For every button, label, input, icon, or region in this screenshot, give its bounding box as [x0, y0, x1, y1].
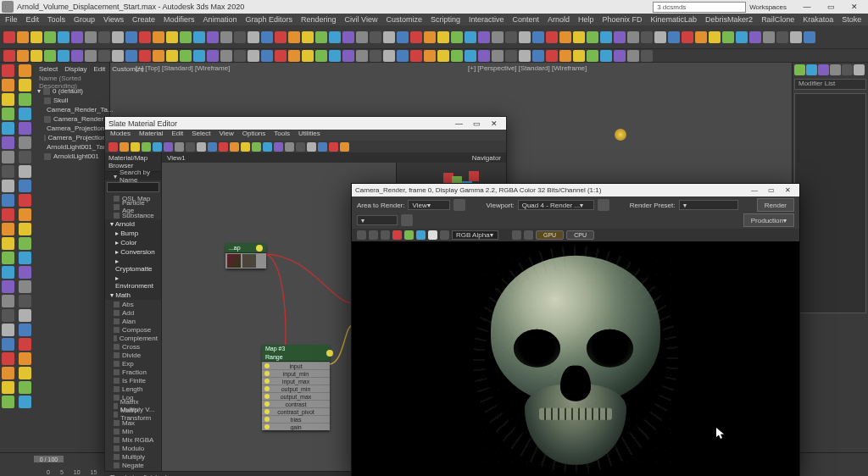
menu-railclone[interactable]: RailClone — [761, 15, 794, 24]
toolbar-icon[interactable] — [234, 50, 246, 62]
browser-item[interactable]: Complement — [105, 334, 161, 342]
browser-item[interactable]: Mix RGBA — [105, 435, 161, 444]
toolbar-icon[interactable] — [600, 31, 612, 43]
toolbar-icon[interactable] — [465, 31, 476, 43]
left-tool-icon[interactable] — [19, 396, 31, 408]
left-tool-icon[interactable] — [2, 237, 14, 250]
node-port[interactable]: contrast_pivot — [262, 407, 330, 415]
menu-file[interactable]: File — [5, 15, 18, 24]
left-tool-icon[interactable] — [2, 122, 14, 135]
slate-view-tab[interactable]: View1 — [167, 154, 186, 162]
toolbar-icon[interactable] — [274, 142, 283, 152]
workspace-dropdown[interactable]: Workspaces — [749, 3, 787, 11]
toolbar-icon[interactable] — [180, 50, 192, 62]
browser-item[interactable]: Divide — [105, 351, 161, 359]
region-icon[interactable] — [453, 199, 465, 211]
toolbar-icon[interactable] — [302, 50, 314, 62]
toolbar-icon[interactable] — [275, 50, 287, 62]
browser-item[interactable]: Negate — [105, 461, 161, 469]
toolbar-icon[interactable] — [505, 31, 517, 43]
channel-a-icon[interactable] — [428, 230, 437, 240]
left-tool-icon[interactable] — [19, 381, 31, 394]
toolbar-icon[interactable] — [153, 142, 162, 152]
menu-arnold[interactable]: Arnold — [548, 15, 570, 24]
left-tool-icon[interactable] — [19, 151, 31, 163]
browser-item[interactable]: Exp — [105, 359, 161, 368]
left-tool-icon[interactable] — [19, 266, 31, 279]
browser-item[interactable]: Normalize — [105, 469, 161, 471]
left-tool-icon[interactable] — [2, 252, 14, 264]
browser-item[interactable]: Alan — [105, 317, 161, 325]
toolbar-icon[interactable] — [71, 50, 83, 62]
node-port[interactable]: input — [262, 362, 330, 369]
toolbar-icon[interactable] — [709, 31, 721, 43]
slate-maximize-button[interactable]: ▭ — [468, 119, 486, 128]
lock-icon[interactable] — [598, 199, 609, 211]
toolbar-icon[interactable] — [749, 31, 761, 43]
toolbar-icon[interactable] — [207, 31, 219, 43]
toolbar-icon[interactable] — [573, 31, 585, 43]
scene-sort-label[interactable]: Name (Sorted Descending) — [34, 75, 109, 85]
menu-customize[interactable]: Customize — [386, 15, 422, 24]
gpu-toggle[interactable]: GPU — [536, 230, 564, 240]
browser-item[interactable]: Modulo — [105, 444, 161, 452]
slate-menu-options[interactable]: Options — [242, 130, 266, 141]
node-bitmap[interactable]: ...ap — [225, 243, 266, 268]
left-tool-icon[interactable] — [2, 165, 14, 178]
slate-menu-edit[interactable]: Edit — [171, 130, 183, 141]
save-image-icon[interactable] — [357, 230, 366, 240]
copy-image-icon[interactable] — [369, 230, 378, 240]
toolbar-icon[interactable] — [329, 31, 341, 43]
toolbar-icon[interactable] — [505, 50, 517, 62]
left-tool-icon[interactable] — [2, 79, 14, 91]
toolbar-icon[interactable] — [546, 31, 558, 43]
browser-item[interactable]: Min — [105, 427, 161, 435]
toolbar-icon[interactable] — [220, 31, 232, 43]
toolbar-icon[interactable] — [166, 50, 178, 62]
browser-category[interactable]: ▾ Arnold — [105, 219, 161, 229]
left-tool-icon[interactable] — [2, 223, 14, 235]
window-minimize-button[interactable]: — — [795, 0, 819, 14]
toolbar-icon[interactable] — [776, 31, 788, 43]
toolbar-icon[interactable] — [451, 50, 463, 62]
scene-item[interactable]: Camera_Projection... — [36, 124, 108, 133]
browser-item[interactable]: Substance — [105, 211, 161, 219]
time-slider-thumb[interactable]: 0 / 100 — [34, 456, 64, 462]
toolbar-icon[interactable] — [318, 142, 327, 152]
left-tool-icon[interactable] — [2, 396, 14, 408]
left-tool-icon[interactable] — [19, 338, 31, 351]
area-to-render-dropdown[interactable]: View ▾ — [408, 200, 450, 210]
toolbar-icon[interactable] — [790, 31, 802, 43]
browser-item[interactable]: Is Finite — [105, 376, 161, 385]
toolbar-icon[interactable] — [627, 31, 639, 43]
left-tool-icon[interactable] — [2, 338, 14, 351]
left-tool-icon[interactable] — [2, 266, 14, 279]
production-button[interactable]: Production ▾ — [743, 213, 794, 227]
left-tool-icon[interactable] — [19, 79, 31, 91]
menu-krakatoa[interactable]: Krakatoa — [803, 15, 833, 24]
toolbar-icon[interactable] — [85, 31, 97, 43]
browser-item[interactable]: Add — [105, 308, 161, 317]
browser-item[interactable]: Compose — [105, 325, 161, 334]
toolbar-icon[interactable] — [71, 31, 83, 43]
toolbar-icon[interactable] — [397, 50, 409, 62]
toolbar-icon[interactable] — [234, 31, 246, 43]
scene-root[interactable]: ▾0 (default) — [36, 86, 108, 96]
toolbar-icon[interactable] — [288, 50, 300, 62]
zoom-icon[interactable] — [512, 230, 521, 240]
render-viewport-dropdown[interactable]: Quad 4 - Render ... ▾ — [518, 200, 594, 210]
browser-subcategory[interactable]: ▸ Environment — [105, 274, 161, 291]
left-tool-icon[interactable] — [19, 367, 31, 379]
toolbar-icon[interactable] — [356, 50, 368, 62]
toolbar-icon[interactable] — [248, 31, 259, 43]
menu-kinematiclab[interactable]: KinematicLab — [651, 15, 698, 24]
toolbar-icon[interactable] — [180, 31, 192, 43]
toolbar-icon[interactable] — [424, 50, 436, 62]
left-tool-icon[interactable] — [19, 223, 31, 235]
toolbar-icon[interactable] — [397, 31, 409, 43]
scene-item[interactable]: Camera_Projection — [36, 133, 108, 142]
slate-menu-tools[interactable]: Tools — [274, 130, 290, 141]
menu-civil-view[interactable]: Civil View — [345, 15, 378, 24]
toolbar-icon[interactable] — [736, 31, 748, 43]
slate-menu-utilities[interactable]: Utilities — [298, 130, 320, 141]
